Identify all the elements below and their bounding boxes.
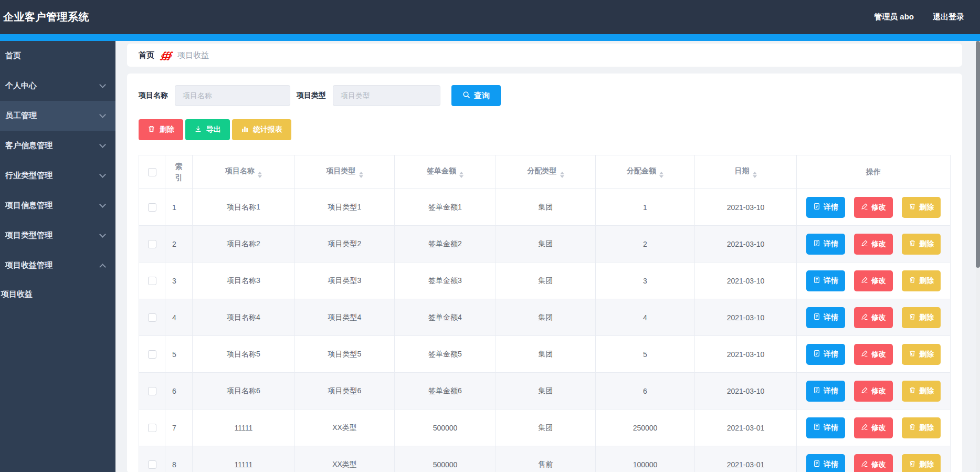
select-all-checkbox[interactable]: [148, 168, 156, 176]
scrollbar-thumb[interactable]: [976, 41, 980, 268]
pencil-icon: [861, 313, 868, 322]
row-checkbox[interactable]: [148, 460, 156, 469]
trash-icon: [909, 203, 916, 212]
project-type-input[interactable]: [333, 85, 440, 106]
row-checkbox-cell: [139, 373, 165, 410]
sidebar-item-行业类型管理[interactable]: 行业类型管理: [0, 161, 115, 191]
cell-alloc-type: 集团: [496, 189, 596, 226]
detail-button[interactable]: 详情: [806, 381, 845, 402]
sidebar-submenu-item-项目收益[interactable]: 项目收益: [0, 280, 115, 308]
edit-button[interactable]: 修改: [854, 454, 893, 472]
row-checkbox[interactable]: [148, 387, 156, 395]
app-title: 企业客户管理系统: [3, 10, 89, 24]
sort-carets-icon[interactable]: [359, 172, 363, 178]
sidebar-item-首页[interactable]: 首页: [0, 41, 115, 71]
cell-actions: 详情 修改 删除: [797, 336, 951, 373]
column-header-项目名称[interactable]: 项目名称: [193, 155, 295, 189]
column-header-分配金额[interactable]: 分配金额: [596, 155, 695, 189]
sort-carets-icon[interactable]: [258, 172, 262, 178]
row-checkbox[interactable]: [148, 313, 156, 322]
edit-label: 修改: [871, 313, 886, 322]
cell-alloc-type: 集团: [496, 373, 596, 410]
column-header-项目类型[interactable]: 项目类型: [295, 155, 395, 189]
row-delete-label: 删除: [919, 239, 934, 249]
sort-carets-icon[interactable]: [753, 172, 757, 178]
column-label: 项目名称: [225, 166, 255, 175]
cell-actions: 详情 修改 删除: [797, 226, 951, 263]
cell-date: 2021-03-01: [695, 410, 797, 446]
cell-project-name: 项目名称3: [193, 263, 295, 299]
edit-button[interactable]: 修改: [854, 381, 893, 402]
row-delete-button[interactable]: 删除: [902, 307, 941, 328]
column-header-日期[interactable]: 日期: [695, 155, 797, 189]
trash-icon: [147, 125, 155, 134]
logout-link[interactable]: 退出登录: [933, 12, 964, 22]
export-button[interactable]: 导出: [185, 119, 230, 140]
column-header-分配类型[interactable]: 分配类型: [496, 155, 596, 189]
row-checkbox[interactable]: [148, 203, 156, 212]
sidebar-item-员工管理[interactable]: 员工管理: [0, 101, 115, 131]
report-button[interactable]: 统计报表: [232, 119, 291, 140]
row-checkbox[interactable]: [148, 424, 156, 432]
edit-button[interactable]: 修改: [854, 307, 893, 328]
detail-button[interactable]: 详情: [806, 270, 845, 291]
sidebar-item-项目类型管理[interactable]: 项目类型管理: [0, 221, 115, 250]
cell-actions: 详情 修改 删除: [797, 373, 951, 410]
edit-button[interactable]: 修改: [854, 344, 893, 365]
breadcrumb-home-link[interactable]: 首页: [139, 50, 154, 60]
sidebar-item-label: 首页: [5, 51, 21, 61]
search-button[interactable]: 查询: [451, 85, 501, 106]
top-navbar: 企业客户管理系统 管理员 abo 退出登录: [0, 0, 980, 34]
detail-button[interactable]: 详情: [806, 197, 845, 218]
main-content: 首页 ∰ 项目收益 项目名称 项目类型 查询: [127, 44, 962, 472]
cell-date: 2021-03-10: [695, 373, 797, 410]
edit-button[interactable]: 修改: [854, 234, 893, 255]
row-delete-button[interactable]: 删除: [902, 234, 941, 255]
cell-alloc-amount: 100000: [596, 446, 695, 472]
sort-carets-icon[interactable]: [459, 172, 463, 178]
edit-button[interactable]: 修改: [854, 197, 893, 218]
edit-button[interactable]: 修改: [854, 270, 893, 291]
detail-button[interactable]: 详情: [806, 454, 845, 472]
detail-button[interactable]: 详情: [806, 344, 845, 365]
row-checkbox[interactable]: [148, 350, 156, 359]
sort-carets-icon[interactable]: [560, 172, 564, 178]
row-checkbox[interactable]: [148, 240, 156, 248]
detail-button[interactable]: 详情: [806, 234, 845, 255]
row-delete-button[interactable]: 删除: [902, 417, 941, 438]
row-delete-button[interactable]: 删除: [902, 197, 941, 218]
row-delete-button[interactable]: 删除: [902, 381, 941, 402]
sidebar-item-个人中心[interactable]: 个人中心: [0, 71, 115, 101]
sidebar-submenu-label: 项目收益: [1, 289, 33, 299]
trash-icon: [909, 423, 916, 432]
row-delete-button[interactable]: 删除: [902, 344, 941, 365]
cell-project-type: 项目类型5: [295, 336, 395, 373]
table-row: 2 项目名称2 项目类型2 签单金额2 集团 2 2021-03-10 详情 修…: [139, 226, 951, 263]
bulk-delete-button[interactable]: 删除: [139, 119, 183, 140]
sort-carets-icon[interactable]: [659, 172, 663, 178]
detail-button[interactable]: 详情: [806, 417, 845, 438]
sidebar-item-label: 客户信息管理: [5, 141, 52, 151]
detail-button[interactable]: 详情: [806, 307, 845, 328]
edit-button[interactable]: 修改: [854, 417, 893, 438]
detail-label: 详情: [824, 203, 838, 212]
cell-index: 8: [165, 446, 193, 472]
sidebar-item-label: 项目信息管理: [5, 201, 52, 211]
row-delete-label: 删除: [919, 460, 934, 469]
column-label: 分配类型: [528, 166, 557, 175]
row-delete-button[interactable]: 删除: [902, 454, 941, 472]
row-checkbox[interactable]: [148, 277, 156, 285]
sidebar-item-项目收益管理[interactable]: 项目收益管理: [0, 250, 115, 280]
project-name-input[interactable]: [175, 85, 290, 106]
column-header-签单金额[interactable]: 签单金额: [395, 155, 496, 189]
cell-alloc-amount: 4: [596, 299, 695, 336]
column-label: 项目类型: [326, 166, 356, 175]
sidebar-submenu: 项目收益: [0, 280, 115, 308]
cell-project-type: XX类型: [295, 446, 395, 472]
sidebar-item-项目信息管理[interactable]: 项目信息管理: [0, 191, 115, 221]
sidebar-item-客户信息管理[interactable]: 客户信息管理: [0, 131, 115, 161]
current-user[interactable]: 管理员 abo: [874, 12, 914, 22]
cell-alloc-type: 集团: [496, 263, 596, 299]
row-delete-button[interactable]: 删除: [902, 270, 941, 291]
pencil-icon: [861, 460, 868, 469]
